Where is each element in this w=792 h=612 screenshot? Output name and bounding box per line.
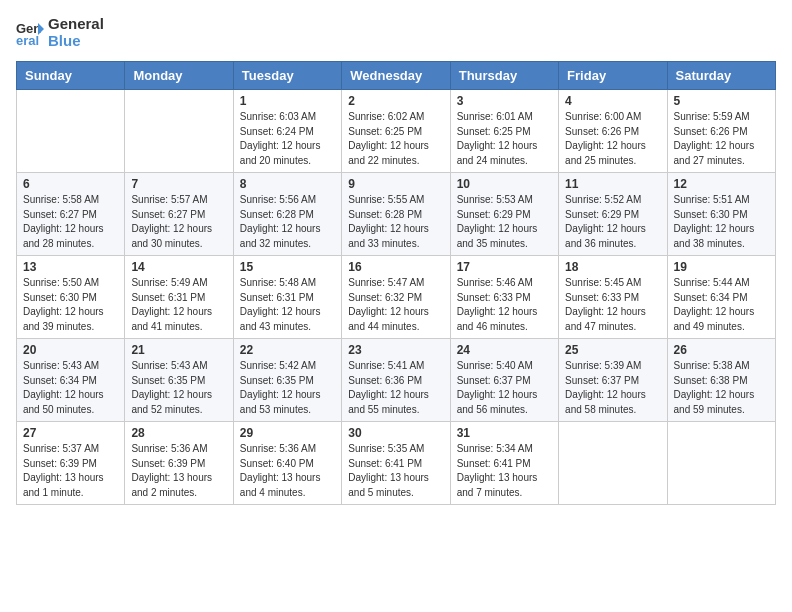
day-info: Sunrise: 5:42 AM Sunset: 6:35 PM Dayligh…	[240, 359, 335, 417]
day-info: Sunrise: 5:51 AM Sunset: 6:30 PM Dayligh…	[674, 193, 769, 251]
calendar-cell: 9Sunrise: 5:55 AM Sunset: 6:28 PM Daylig…	[342, 173, 450, 256]
day-number: 2	[348, 94, 443, 108]
calendar-cell: 30Sunrise: 5:35 AM Sunset: 6:41 PM Dayli…	[342, 422, 450, 505]
calendar-cell: 18Sunrise: 5:45 AM Sunset: 6:33 PM Dayli…	[559, 256, 667, 339]
weekday-header-thursday: Thursday	[450, 62, 558, 90]
day-info: Sunrise: 5:47 AM Sunset: 6:32 PM Dayligh…	[348, 276, 443, 334]
calendar-cell: 14Sunrise: 5:49 AM Sunset: 6:31 PM Dayli…	[125, 256, 233, 339]
day-number: 14	[131, 260, 226, 274]
day-info: Sunrise: 5:39 AM Sunset: 6:37 PM Dayligh…	[565, 359, 660, 417]
logo-icon: Gen eral	[16, 19, 44, 47]
logo-general: General	[48, 16, 104, 33]
day-info: Sunrise: 5:43 AM Sunset: 6:35 PM Dayligh…	[131, 359, 226, 417]
calendar-cell: 27Sunrise: 5:37 AM Sunset: 6:39 PM Dayli…	[17, 422, 125, 505]
day-number: 1	[240, 94, 335, 108]
day-number: 5	[674, 94, 769, 108]
day-info: Sunrise: 5:50 AM Sunset: 6:30 PM Dayligh…	[23, 276, 118, 334]
calendar-cell: 22Sunrise: 5:42 AM Sunset: 6:35 PM Dayli…	[233, 339, 341, 422]
calendar-cell: 28Sunrise: 5:36 AM Sunset: 6:39 PM Dayli…	[125, 422, 233, 505]
calendar-cell: 26Sunrise: 5:38 AM Sunset: 6:38 PM Dayli…	[667, 339, 775, 422]
weekday-header-monday: Monday	[125, 62, 233, 90]
calendar-cell: 3Sunrise: 6:01 AM Sunset: 6:25 PM Daylig…	[450, 90, 558, 173]
day-info: Sunrise: 5:56 AM Sunset: 6:28 PM Dayligh…	[240, 193, 335, 251]
day-info: Sunrise: 5:35 AM Sunset: 6:41 PM Dayligh…	[348, 442, 443, 500]
day-info: Sunrise: 5:36 AM Sunset: 6:40 PM Dayligh…	[240, 442, 335, 500]
day-number: 29	[240, 426, 335, 440]
weekday-header-tuesday: Tuesday	[233, 62, 341, 90]
day-info: Sunrise: 6:02 AM Sunset: 6:25 PM Dayligh…	[348, 110, 443, 168]
day-info: Sunrise: 5:53 AM Sunset: 6:29 PM Dayligh…	[457, 193, 552, 251]
weekday-header-saturday: Saturday	[667, 62, 775, 90]
calendar-cell: 19Sunrise: 5:44 AM Sunset: 6:34 PM Dayli…	[667, 256, 775, 339]
calendar-cell: 6Sunrise: 5:58 AM Sunset: 6:27 PM Daylig…	[17, 173, 125, 256]
day-number: 20	[23, 343, 118, 357]
calendar-cell: 24Sunrise: 5:40 AM Sunset: 6:37 PM Dayli…	[450, 339, 558, 422]
logo: Gen eral General Blue	[16, 16, 104, 49]
day-number: 30	[348, 426, 443, 440]
day-info: Sunrise: 6:00 AM Sunset: 6:26 PM Dayligh…	[565, 110, 660, 168]
day-info: Sunrise: 5:59 AM Sunset: 6:26 PM Dayligh…	[674, 110, 769, 168]
calendar-cell	[559, 422, 667, 505]
day-number: 25	[565, 343, 660, 357]
day-number: 6	[23, 177, 118, 191]
day-number: 19	[674, 260, 769, 274]
calendar-week-row: 27Sunrise: 5:37 AM Sunset: 6:39 PM Dayli…	[17, 422, 776, 505]
calendar-cell: 2Sunrise: 6:02 AM Sunset: 6:25 PM Daylig…	[342, 90, 450, 173]
calendar-cell: 15Sunrise: 5:48 AM Sunset: 6:31 PM Dayli…	[233, 256, 341, 339]
day-number: 28	[131, 426, 226, 440]
day-number: 22	[240, 343, 335, 357]
day-info: Sunrise: 5:49 AM Sunset: 6:31 PM Dayligh…	[131, 276, 226, 334]
calendar-cell: 7Sunrise: 5:57 AM Sunset: 6:27 PM Daylig…	[125, 173, 233, 256]
day-info: Sunrise: 5:38 AM Sunset: 6:38 PM Dayligh…	[674, 359, 769, 417]
day-info: Sunrise: 5:55 AM Sunset: 6:28 PM Dayligh…	[348, 193, 443, 251]
day-number: 23	[348, 343, 443, 357]
calendar-cell: 21Sunrise: 5:43 AM Sunset: 6:35 PM Dayli…	[125, 339, 233, 422]
day-info: Sunrise: 6:03 AM Sunset: 6:24 PM Dayligh…	[240, 110, 335, 168]
calendar-cell: 13Sunrise: 5:50 AM Sunset: 6:30 PM Dayli…	[17, 256, 125, 339]
day-number: 17	[457, 260, 552, 274]
day-info: Sunrise: 5:36 AM Sunset: 6:39 PM Dayligh…	[131, 442, 226, 500]
day-info: Sunrise: 5:57 AM Sunset: 6:27 PM Dayligh…	[131, 193, 226, 251]
svg-text:eral: eral	[16, 33, 39, 47]
calendar-cell	[125, 90, 233, 173]
calendar-week-row: 13Sunrise: 5:50 AM Sunset: 6:30 PM Dayli…	[17, 256, 776, 339]
day-number: 31	[457, 426, 552, 440]
calendar-cell: 10Sunrise: 5:53 AM Sunset: 6:29 PM Dayli…	[450, 173, 558, 256]
day-number: 4	[565, 94, 660, 108]
day-info: Sunrise: 5:40 AM Sunset: 6:37 PM Dayligh…	[457, 359, 552, 417]
day-number: 16	[348, 260, 443, 274]
calendar-cell: 16Sunrise: 5:47 AM Sunset: 6:32 PM Dayli…	[342, 256, 450, 339]
calendar-cell: 31Sunrise: 5:34 AM Sunset: 6:41 PM Dayli…	[450, 422, 558, 505]
day-info: Sunrise: 5:52 AM Sunset: 6:29 PM Dayligh…	[565, 193, 660, 251]
calendar-cell: 1Sunrise: 6:03 AM Sunset: 6:24 PM Daylig…	[233, 90, 341, 173]
calendar-cell: 25Sunrise: 5:39 AM Sunset: 6:37 PM Dayli…	[559, 339, 667, 422]
day-info: Sunrise: 5:34 AM Sunset: 6:41 PM Dayligh…	[457, 442, 552, 500]
logo-blue: Blue	[48, 33, 104, 50]
day-number: 11	[565, 177, 660, 191]
day-number: 27	[23, 426, 118, 440]
calendar-cell: 11Sunrise: 5:52 AM Sunset: 6:29 PM Dayli…	[559, 173, 667, 256]
day-info: Sunrise: 6:01 AM Sunset: 6:25 PM Dayligh…	[457, 110, 552, 168]
calendar-week-row: 20Sunrise: 5:43 AM Sunset: 6:34 PM Dayli…	[17, 339, 776, 422]
calendar-cell	[17, 90, 125, 173]
calendar-cell: 20Sunrise: 5:43 AM Sunset: 6:34 PM Dayli…	[17, 339, 125, 422]
calendar-week-row: 1Sunrise: 6:03 AM Sunset: 6:24 PM Daylig…	[17, 90, 776, 173]
day-number: 12	[674, 177, 769, 191]
day-number: 18	[565, 260, 660, 274]
day-number: 9	[348, 177, 443, 191]
page-header: Gen eral General Blue	[16, 16, 776, 49]
day-number: 7	[131, 177, 226, 191]
weekday-header-friday: Friday	[559, 62, 667, 90]
calendar-table: SundayMondayTuesdayWednesdayThursdayFrid…	[16, 61, 776, 505]
calendar-week-row: 6Sunrise: 5:58 AM Sunset: 6:27 PM Daylig…	[17, 173, 776, 256]
day-info: Sunrise: 5:45 AM Sunset: 6:33 PM Dayligh…	[565, 276, 660, 334]
calendar-cell	[667, 422, 775, 505]
weekday-header-sunday: Sunday	[17, 62, 125, 90]
day-number: 26	[674, 343, 769, 357]
day-number: 13	[23, 260, 118, 274]
calendar-cell: 5Sunrise: 5:59 AM Sunset: 6:26 PM Daylig…	[667, 90, 775, 173]
calendar-cell: 8Sunrise: 5:56 AM Sunset: 6:28 PM Daylig…	[233, 173, 341, 256]
day-number: 3	[457, 94, 552, 108]
day-info: Sunrise: 5:43 AM Sunset: 6:34 PM Dayligh…	[23, 359, 118, 417]
calendar-header-row: SundayMondayTuesdayWednesdayThursdayFrid…	[17, 62, 776, 90]
